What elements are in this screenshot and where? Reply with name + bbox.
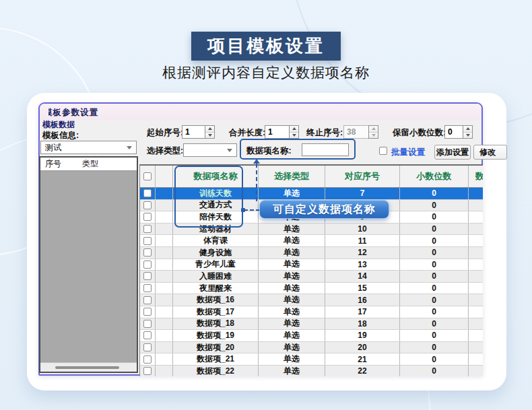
merge-length-value[interactable]: 1	[265, 125, 289, 139]
table-row[interactable]: 训练天数 单选 7 0	[140, 188, 483, 200]
row-checkbox[interactable]	[143, 272, 152, 280]
row-indicator-cell	[156, 188, 173, 199]
row-checkbox[interactable]	[143, 213, 152, 221]
table-row[interactable]: 青少年儿童 单选 13 0	[140, 259, 483, 271]
row-checkbox[interactable]	[143, 367, 152, 375]
end-index-spinner: 38	[343, 125, 378, 139]
row-checkbox[interactable]	[143, 201, 152, 209]
row-checkbox[interactable]	[143, 284, 152, 292]
cell-index: 12	[325, 247, 400, 259]
item-name-label: 数据项名称:	[246, 145, 292, 157]
template-item-list[interactable]: 序号 类型	[39, 156, 138, 373]
cell-extra	[469, 247, 483, 259]
cell-select-type: 单选	[259, 342, 325, 353]
row-checkbox[interactable]	[143, 189, 152, 197]
cell-select-type: 单选	[259, 247, 325, 259]
table-row[interactable]: 体育课 单选 11 0	[140, 235, 483, 247]
start-index-spinner[interactable]: 1	[182, 125, 215, 139]
cell-extra	[469, 224, 483, 235]
spinner-up-button[interactable]	[463, 126, 472, 132]
cell-select-type: 单选	[259, 224, 325, 235]
cell-extra	[469, 330, 483, 341]
table-row[interactable]: 夜里醒来 单选 15 0	[140, 283, 483, 295]
spinner-down-button[interactable]	[290, 132, 298, 139]
row-checkbox[interactable]	[143, 296, 152, 304]
row-checkbox[interactable]	[143, 320, 152, 328]
row-indicator-cell	[156, 271, 173, 282]
column-header-partial[interactable]: 数	[469, 166, 483, 187]
decimal-places-value[interactable]: 0	[444, 125, 463, 139]
cell-item-name: 数据项_19	[173, 330, 259, 341]
item-name-input[interactable]	[302, 143, 349, 156]
cell-index: 18	[325, 318, 400, 330]
cell-select-type: 单选	[259, 271, 325, 282]
cell-decimals: 0	[400, 235, 469, 246]
cell-item-name: 数据项_16	[173, 294, 259, 306]
column-header-item-name[interactable]: 数据项名称	[173, 166, 259, 187]
row-indicator-cell	[156, 211, 173, 223]
table-row[interactable]: 运动器材 单选 10 0	[140, 224, 483, 236]
table-row[interactable]: 健身设施 单选 12 0	[140, 247, 483, 259]
template-info-label: 模板信息:	[42, 130, 79, 141]
cell-decimals: 0	[400, 366, 469, 376]
scrollbar-thumb[interactable]	[55, 366, 119, 369]
row-checkbox[interactable]	[143, 355, 152, 364]
cell-decimals: 0	[400, 211, 469, 223]
cell-select-type: 单选	[259, 188, 325, 199]
decimal-places-spinner[interactable]: 0	[444, 125, 473, 139]
row-indicator-cell	[156, 247, 173, 259]
row-checkbox[interactable]	[143, 237, 152, 245]
list-header-type: 类型	[82, 158, 98, 170]
decimal-places-label: 保留小数位数:	[393, 127, 446, 139]
column-header-decimals[interactable]: 小数位数	[400, 166, 469, 187]
table-row[interactable]: 入睡困难 单选 14 0	[140, 271, 483, 283]
row-checkbox[interactable]	[143, 308, 152, 316]
window-titlebar[interactable]: 模板参数设置	[40, 104, 481, 121]
cell-extra	[469, 188, 483, 199]
column-header-index[interactable]: 对应序号	[325, 166, 400, 187]
cell-decimals: 0	[400, 330, 469, 341]
template-select[interactable]: 测试	[40, 141, 137, 154]
cell-decimals: 0	[400, 306, 469, 318]
merge-length-spinner[interactable]: 1	[265, 125, 299, 139]
table-row[interactable]: 数据项_19 单选 19 0	[140, 330, 483, 342]
row-checkbox[interactable]	[143, 331, 152, 339]
table-row[interactable]: 数据项_18 单选 18 0	[140, 318, 483, 331]
cell-item-name: 健身设施	[173, 247, 259, 259]
spinner-down-button[interactable]	[463, 132, 472, 139]
cell-item-name: 数据项_21	[173, 353, 259, 365]
row-checkbox[interactable]	[143, 225, 152, 233]
list-horizontal-scrollbar[interactable]	[40, 362, 137, 372]
callout-bubble: 可自定义数据项名称	[259, 200, 389, 219]
column-header-select-type[interactable]: 选择类型	[259, 166, 325, 187]
batch-settings-label[interactable]: 批量设置	[391, 147, 425, 158]
table-row[interactable]: 数据项_22 单选 22 0	[140, 366, 483, 376]
spinner-up-button[interactable]	[290, 126, 298, 132]
table-row[interactable]: 数据项_21 单选 21 0	[140, 353, 483, 366]
select-type-dropdown[interactable]	[183, 143, 237, 157]
spinner-down-button[interactable]	[205, 132, 214, 139]
start-index-value[interactable]: 1	[182, 125, 205, 139]
row-indicator-cell	[156, 318, 173, 330]
row-checkbox[interactable]	[143, 248, 152, 257]
add-settings-button[interactable]: 添加设置	[434, 145, 471, 160]
row-checkbox[interactable]	[143, 261, 152, 269]
table-row[interactable]: 数据项_20 单选 20 0	[140, 342, 483, 354]
select-all-checkbox[interactable]	[143, 172, 152, 180]
table-row[interactable]: 数据项_16 单选 16 0	[140, 294, 483, 306]
cell-select-type: 单选	[259, 306, 325, 318]
modify-button[interactable]: 修改	[473, 145, 507, 160]
spinner-down-button	[369, 132, 378, 139]
select-type-label: 选择类型:	[147, 145, 183, 157]
row-indicator-cell	[156, 294, 173, 306]
cell-item-name: 夜里醒来	[173, 283, 259, 294]
cell-index: 22	[325, 366, 400, 376]
table-row[interactable]: 数据项_17 单选 17 0	[140, 306, 483, 318]
spinner-up-button[interactable]	[205, 126, 214, 132]
cell-extra	[469, 342, 483, 353]
row-indicator-cell	[156, 366, 173, 376]
batch-settings-checkbox[interactable]	[379, 147, 387, 155]
row-checkbox[interactable]	[143, 343, 152, 351]
cell-decimals: 0	[400, 342, 469, 353]
cell-decimals: 0	[400, 247, 469, 259]
